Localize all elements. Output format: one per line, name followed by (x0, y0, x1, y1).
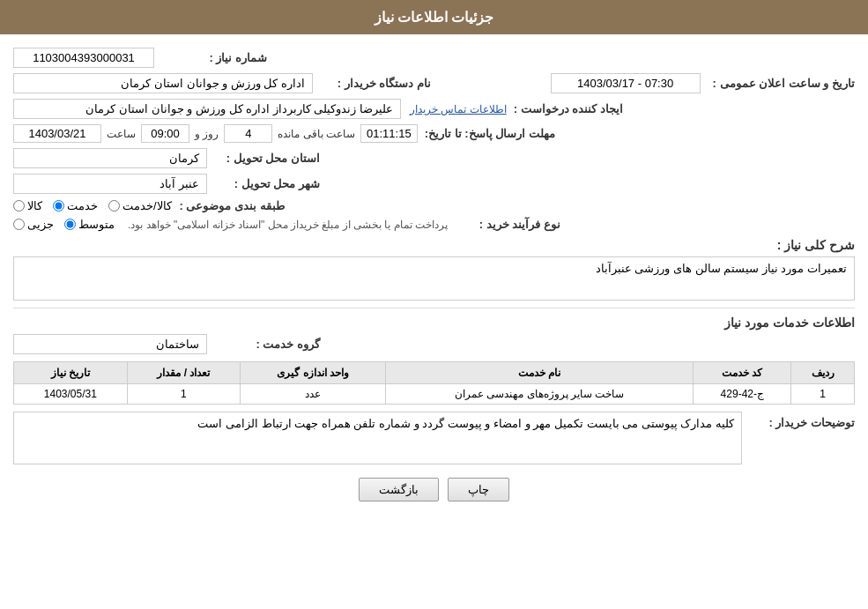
service-group-row: گروه خدمت : ساختمان (13, 334, 855, 354)
col-code: کد خدمت (694, 362, 791, 384)
announce-date-value: 1403/03/17 - 07:30 (551, 73, 701, 93)
province-label: استان محل تحویل : (214, 152, 320, 165)
page-wrapper: جزئیات اطلاعات نیاز شماره نیاز : 1103004… (0, 0, 868, 609)
col-qty: تعداد / مقدار (127, 362, 241, 384)
col-unit: واحد اندازه گیری (241, 362, 386, 384)
creator-value: علیرضا زندوکیلی کاربرداز اداره کل ورزش و… (13, 99, 401, 119)
need-description-value: تعمیرات مورد نیاز سیستم سالن های ورزشی ع… (13, 256, 855, 301)
services-table: ردیف کد خدمت نام خدمت واحد اندازه گیری ت… (13, 361, 855, 405)
remaining-label: ساعت باقی مانده (278, 128, 355, 140)
province-row: استان محل تحویل : کرمان (13, 148, 855, 168)
deadline-date-value: 1403/03/21 (13, 124, 101, 143)
city-row: شهر محل تحویل : عنبر آباد (13, 174, 855, 194)
table-cell-date: 1403/05/31 (14, 384, 128, 405)
deadline-days-label: روز و (195, 128, 219, 140)
buyer-org-group: نام دستگاه خریدار : اداره کل ورزش و جوان… (13, 73, 431, 93)
services-table-body: 1ج-42-429ساخت سایر پروژه‌های مهندسی عمرا… (14, 384, 855, 405)
deadline-days-value: 4 (224, 124, 272, 143)
purchase-type-small-radio[interactable] (13, 219, 25, 230)
deadline-row: مهلت ارسال پاسخ: تا تاریخ: 01:11:15 ساعت… (13, 124, 855, 143)
services-table-header: ردیف کد خدمت نام خدمت واحد اندازه گیری ت… (14, 362, 855, 384)
deadline-group: 01:11:15 ساعت باقی مانده 4 روز و 09:00 س… (13, 124, 418, 143)
page-title: جزئیات اطلاعات نیاز (375, 10, 494, 25)
need-description-section: شرح کلی نیاز : (13, 238, 855, 252)
deadline-time-label: ساعت (107, 128, 136, 140)
category-khedmat-radio[interactable] (53, 200, 64, 212)
city-value: عنبر آباد (13, 174, 207, 194)
buyer-notes-row: توضیحات خریدار : کلیه مدارک پیوستی می با… (13, 412, 855, 464)
purchase-type-note: پرداخت تمام یا بخشی از مبلغ خریداز محل "… (128, 219, 448, 231)
main-content: شماره نیاز : 1103004393000031 تاریخ و سا… (0, 43, 868, 524)
purchase-type-small-label: جزیی (27, 218, 54, 231)
purchase-type-group: پرداخت تمام یا بخشی از مبلغ خریداز محل "… (13, 218, 448, 231)
table-cell-qty: 1 (127, 384, 241, 405)
service-group-value: ساختمان (13, 334, 207, 354)
category-kala-label: کالا (27, 199, 42, 212)
purchase-type-medium: متوسط (64, 218, 115, 231)
category-option-khedmat: خدمت (53, 199, 98, 212)
need-number-value: 1103004393000031 (13, 48, 154, 68)
category-label: طبقه بندی موضوعی : (179, 199, 285, 212)
table-cell-name: ساخت سایر پروژه‌های مهندسی عمران (385, 384, 693, 405)
buyer-notes-value: کلیه مدارک پیوستی می بایست تکمیل مهر و ا… (13, 412, 742, 464)
need-number-row: شماره نیاز : 1103004393000031 (13, 48, 855, 68)
city-label: شهر محل تحویل : (214, 177, 320, 190)
remaining-time-value: 01:11:15 (360, 124, 418, 143)
category-row: طبقه بندی موضوعی : کالا/خدمت خدمت کالا (13, 199, 855, 212)
purchase-type-medium-radio[interactable] (64, 219, 76, 230)
col-row: ردیف (791, 362, 855, 384)
buyer-notes-label: توضیحات خریدار : (749, 412, 855, 429)
purchase-type-row: نوع فرآیند خرید : پرداخت تمام یا بخشی از… (13, 218, 855, 231)
purchase-type-label: نوع فرآیند خرید : (455, 218, 560, 231)
table-cell-unit: عدد (241, 384, 386, 405)
buyer-org-value: اداره کل ورزش و جوانان استان کرمان (13, 73, 313, 93)
separator-1 (13, 308, 855, 308)
purchase-type-small: جزیی (13, 218, 54, 231)
purchase-type-medium-label: متوسط (78, 218, 115, 231)
need-description-label: شرح کلی نیاز : (777, 238, 855, 252)
category-option-kala-khedmat: کالا/خدمت (108, 199, 172, 212)
category-kala-khedmat-radio[interactable] (108, 200, 120, 212)
table-cell-code: ج-42-429 (694, 384, 791, 405)
announce-date-label: تاریخ و ساعت اعلان عمومی : (713, 77, 855, 90)
category-kala-radio[interactable] (13, 200, 25, 212)
contact-link[interactable]: اطلاعات تماس خریدار (410, 103, 507, 115)
deadline-label: مهلت ارسال پاسخ: تا تاریخ: (425, 127, 555, 140)
province-value: کرمان (13, 148, 207, 168)
button-row: چاپ بازگشت (13, 478, 855, 515)
creator-row: ایجاد کننده درخواست : اطلاعات تماس خریدا… (13, 99, 855, 119)
buyer-org-row: تاریخ و ساعت اعلان عمومی : 1403/03/17 - … (13, 73, 855, 93)
buyer-org-label: نام دستگاه خریدار : (325, 77, 431, 90)
deadline-time-value: 09:00 (141, 124, 189, 143)
category-khedmat-label: خدمت (67, 199, 98, 212)
col-date: تاریخ نیاز (14, 362, 128, 384)
services-section-title: اطلاعات خدمات مورد نیاز (13, 316, 855, 330)
need-description-row: تعمیرات مورد نیاز سیستم سالن های ورزشی ع… (13, 256, 855, 301)
need-number-label: شماره نیاز : (161, 51, 267, 64)
announce-date-group: تاریخ و ساعت اعلان عمومی : 1403/03/17 - … (551, 73, 855, 93)
back-button[interactable]: بازگشت (359, 478, 439, 501)
table-cell-row: 1 (791, 384, 855, 405)
creator-label: ایجاد کننده درخواست : (514, 102, 623, 115)
print-button[interactable]: چاپ (448, 478, 509, 501)
service-group-label: گروه خدمت : (214, 338, 320, 351)
table-row: 1ج-42-429ساخت سایر پروژه‌های مهندسی عمرا… (14, 384, 855, 405)
purchase-type-options: متوسط جزیی (13, 218, 115, 231)
col-name: نام خدمت (385, 362, 693, 384)
category-options: کالا/خدمت خدمت کالا (13, 199, 172, 212)
page-header: جزئیات اطلاعات نیاز (0, 0, 868, 34)
category-kala-khedmat-label: کالا/خدمت (122, 199, 172, 212)
category-option-kala: کالا (13, 199, 42, 212)
